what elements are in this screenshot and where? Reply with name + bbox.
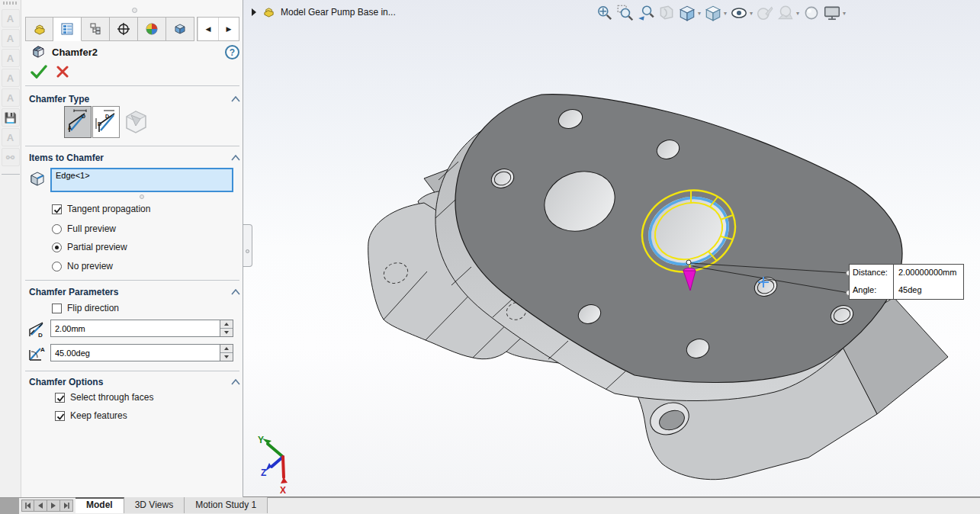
svg-text:A: A: [40, 346, 45, 353]
section-header-chamfer-type[interactable]: Chamfer Type: [29, 94, 89, 104]
collapse-caret-icon[interactable]: [231, 96, 240, 102]
edit-appearance-icon[interactable]: [756, 4, 774, 22]
angle-spinner[interactable]: [220, 345, 233, 361]
selection-box-resize-handle[interactable]: [140, 194, 144, 199]
section-header-chamfer-options[interactable]: Chamfer Options: [29, 377, 103, 387]
tab-motion-study-1[interactable]: Motion Study 1: [185, 497, 268, 513]
partial-preview-label: Partial preview: [67, 242, 127, 252]
tab-dimxpertmanager[interactable]: [110, 17, 138, 41]
document-tabs: Model 3D Views Motion Study 1: [76, 497, 268, 513]
no-preview-option[interactable]: No preview: [52, 261, 113, 271]
partial-preview-option[interactable]: Partial preview: [52, 242, 127, 252]
partial-preview-radio[interactable]: [52, 243, 62, 252]
callout-distance-value[interactable]: 2.00000000mm: [894, 265, 963, 282]
manager-tab-strip: ◀ ▶: [25, 17, 239, 41]
a-toggle-icon[interactable]: A: [2, 88, 20, 107]
collapse-caret-icon[interactable]: [231, 289, 240, 295]
full-preview-option[interactable]: Full preview: [52, 223, 116, 234]
previous-view-icon[interactable]: [637, 4, 655, 22]
flyout-feature-tree[interactable]: Model Gear Pump Base in...: [251, 6, 396, 18]
display-style-icon[interactable]: [704, 4, 722, 22]
keep-features-checkbox[interactable]: [55, 411, 65, 421]
flip-direction-checkbox[interactable]: [52, 304, 62, 313]
panel-scroll-left-button[interactable]: ◀: [198, 18, 218, 40]
chamfer-type-vertex-button[interactable]: [122, 108, 149, 140]
dropdown-caret-icon[interactable]: ▾: [724, 10, 727, 17]
select-through-faces-option[interactable]: Select through faces: [55, 392, 153, 403]
dropdown-caret-icon[interactable]: ▾: [750, 10, 753, 17]
chamfer-type-angle-distance-button[interactable]: D A: [64, 106, 92, 138]
selected-edge-item[interactable]: Edge<1>: [56, 171, 90, 180]
tab-3d-views[interactable]: 3D Views: [124, 497, 185, 513]
view-orientation-icon[interactable]: [678, 4, 696, 22]
a-dashed-icon[interactable]: A: [2, 128, 20, 146]
section-header-chamfer-parameters[interactable]: Chamfer Parameters: [29, 287, 118, 297]
tab-model[interactable]: Model: [76, 497, 124, 513]
a-star-icon[interactable]: A: [2, 9, 20, 27]
tangent-propagation-option[interactable]: Tangent propagation: [52, 204, 150, 214]
dropdown-caret-icon[interactable]: ▾: [698, 10, 701, 17]
full-preview-radio[interactable]: [52, 224, 62, 234]
previous-tab-button[interactable]: [34, 500, 47, 512]
a-pencil-icon[interactable]: A: [2, 29, 20, 47]
no-preview-label: No preview: [67, 261, 113, 271]
first-tab-button[interactable]: [21, 500, 34, 512]
chamfer-distance-field-wrap: [50, 320, 233, 337]
dropdown-caret-icon[interactable]: ▾: [843, 10, 846, 17]
distance-spinner[interactable]: [220, 320, 233, 336]
tab-propertymanager[interactable]: [53, 17, 82, 41]
panel-splitter-handle[interactable]: [243, 224, 252, 267]
panel-resize-handle[interactable]: [132, 8, 137, 13]
chamfer-dimension-callout[interactable]: Distance: 2.00000000mm Angle: 45deg: [849, 264, 964, 300]
apply-scene-icon[interactable]: [776, 4, 795, 22]
select-through-faces-checkbox[interactable]: [55, 393, 65, 403]
section-header-items-to-chamfer[interactable]: Items to Chamfer: [29, 153, 104, 163]
chamfer-distance-input[interactable]: [51, 320, 220, 336]
ok-check-icon[interactable]: [31, 65, 47, 79]
zoom-to-fit-icon[interactable]: [596, 4, 614, 22]
help-icon[interactable]: ?: [225, 45, 239, 59]
flyout-tree-root-label[interactable]: Model Gear Pump Base in...: [281, 7, 396, 18]
tab-configurationmanager[interactable]: [82, 17, 110, 41]
callout-angle-value[interactable]: 45deg: [894, 282, 963, 300]
save-icon[interactable]: 💾: [2, 108, 20, 127]
svg-text:D: D: [105, 114, 109, 119]
link-icon[interactable]: ⚯: [2, 148, 20, 166]
chamfer-angle-input[interactable]: [51, 345, 220, 361]
panel-title: Chamfer2: [52, 47, 98, 58]
last-tab-button[interactable]: [60, 500, 73, 512]
cancel-x-icon[interactable]: [56, 66, 69, 78]
collapse-caret-icon[interactable]: [231, 379, 240, 385]
expand-arrow-icon[interactable]: [251, 8, 257, 16]
chamfer-items-selection-list[interactable]: Edge<1>: [50, 168, 233, 192]
svg-text:A: A: [68, 125, 72, 130]
left-vertical-toolbar: A A A A A 💾 A ⚯: [0, 0, 21, 497]
section-view-icon[interactable]: [657, 4, 676, 22]
tab-featuremanager-tree[interactable]: [25, 17, 53, 41]
next-tab-button[interactable]: [47, 500, 60, 512]
full-preview-label: Full preview: [67, 223, 116, 234]
no-preview-radio[interactable]: [52, 262, 62, 271]
panel-scroll-right-button[interactable]: ▶: [218, 18, 239, 40]
tab-addin-manager[interactable]: [166, 17, 194, 41]
hide-show-items-icon[interactable]: [730, 4, 748, 22]
zoom-to-area-icon[interactable]: [616, 4, 635, 22]
tab-displaymanager[interactable]: [138, 17, 166, 41]
a-arrow-icon[interactable]: A: [2, 49, 20, 67]
toolbar-gripper[interactable]: [3, 2, 18, 5]
dropdown-caret-icon[interactable]: ▾: [796, 10, 799, 17]
collapse-caret-icon[interactable]: [231, 155, 240, 161]
chamfer-type-distance-distance-button[interactable]: D D: [92, 106, 120, 138]
addin-icon: [173, 22, 187, 36]
monitor-icon[interactable]: [823, 4, 841, 22]
flip-direction-option[interactable]: Flip direction: [52, 303, 119, 313]
angle-parameter-icon: A: [27, 344, 47, 362]
graphics-viewport[interactable]: Y Z X Model Gear Pump Base in...: [243, 0, 980, 497]
view-settings-icon[interactable]: [802, 4, 821, 22]
property-manager-panel: ◀ ▶ Chamfer2 ? Chamfer Type D A: [21, 0, 243, 497]
part-icon: [262, 6, 275, 18]
tangent-propagation-checkbox[interactable]: [52, 204, 62, 214]
heads-up-toolbar: ▾ ▾ ▾ ▾ ▾: [596, 4, 847, 22]
a-plus-icon[interactable]: A: [2, 69, 20, 87]
keep-features-option[interactable]: Keep features: [55, 410, 127, 421]
